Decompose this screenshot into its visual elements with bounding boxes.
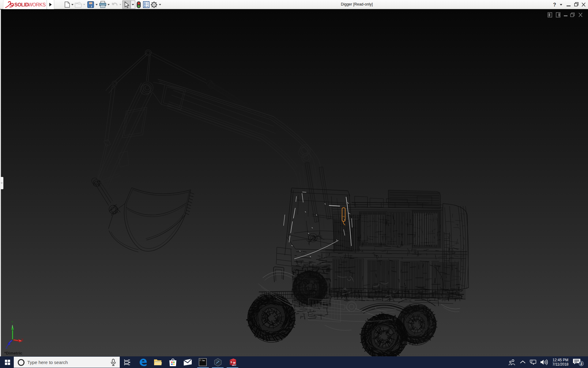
svg-text:2: 2 [580,362,582,366]
svg-text:S: S [231,361,232,364]
svg-text:C:\: C:\ [200,359,204,362]
svg-text:2017: 2017 [232,364,236,366]
svg-text:W: W [233,361,236,364]
svg-text:?: ? [553,2,556,7]
